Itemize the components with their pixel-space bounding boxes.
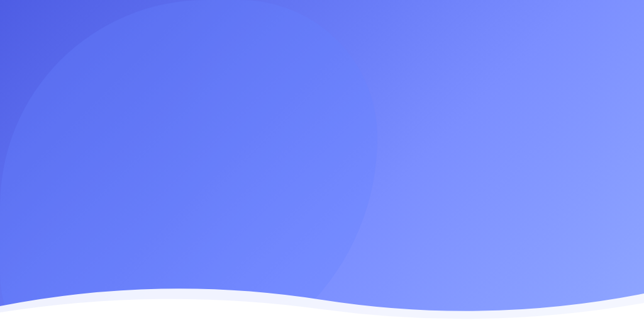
bottom-wave (0, 275, 644, 325)
page-wrapper: appsero Features ▾ Integrations ▾ Blog C… (0, 0, 644, 325)
